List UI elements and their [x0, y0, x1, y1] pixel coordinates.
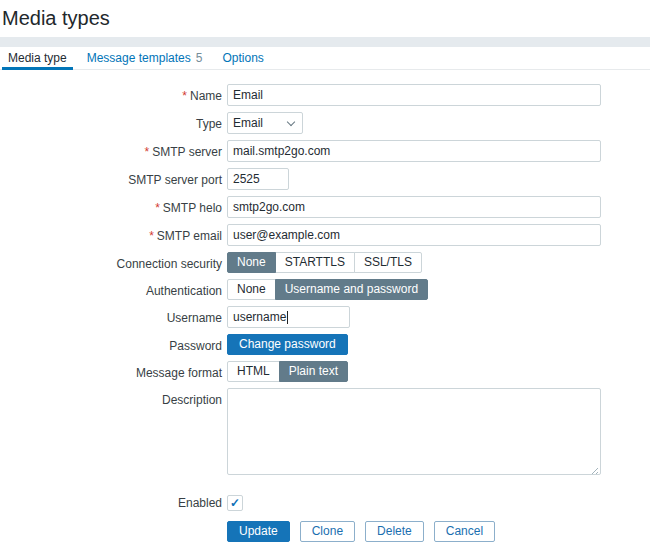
username-input[interactable]: username: [227, 306, 350, 328]
header-divider-band: [0, 37, 650, 47]
description-label: Description: [0, 388, 222, 407]
message-format-option-html[interactable]: HTML: [227, 361, 280, 382]
tab-options[interactable]: Options: [216, 47, 269, 69]
change-password-button[interactable]: Change password: [227, 334, 348, 355]
name-input[interactable]: [227, 84, 601, 106]
authentication-option-none[interactable]: None: [227, 279, 276, 300]
message-templates-count: 5: [196, 51, 203, 65]
tab-options-label: Options: [222, 51, 263, 65]
authentication-segmented: None Username and password: [227, 279, 428, 300]
footer-actions: Update Clone Delete Cancel: [227, 521, 650, 542]
smtp-email-input[interactable]: [227, 224, 601, 246]
text-cursor: [287, 311, 288, 324]
row-smtp-server: *SMTP server: [0, 140, 650, 162]
connection-security-label: Connection security: [0, 252, 222, 271]
smtp-helo-label: *SMTP helo: [0, 196, 222, 215]
tab-bar: Media type Message templates 5 Options: [0, 47, 650, 70]
connection-security-option-starttls[interactable]: STARTTLS: [275, 252, 355, 273]
description-textarea[interactable]: [227, 388, 601, 475]
row-smtp-server-port: SMTP server port: [0, 168, 650, 190]
required-marker: *: [155, 201, 160, 215]
row-type: Type Email: [0, 112, 650, 134]
authentication-label: Authentication: [0, 279, 222, 298]
type-select[interactable]: Email: [227, 112, 303, 134]
required-marker: *: [149, 229, 154, 243]
message-format-label: Message format: [0, 361, 222, 380]
row-name: *Name: [0, 84, 650, 106]
row-message-format: Message format HTML Plain text: [0, 361, 650, 382]
tab-media-type-label: Media type: [8, 51, 67, 65]
row-smtp-helo: *SMTP helo: [0, 196, 650, 218]
connection-security-option-ssltls[interactable]: SSL/TLS: [354, 252, 422, 273]
row-authentication: Authentication None Username and passwor…: [0, 279, 650, 300]
connection-security-option-none[interactable]: None: [227, 252, 276, 273]
row-username: Username username: [0, 306, 650, 328]
required-marker: *: [145, 145, 150, 159]
row-connection-security: Connection security None STARTTLS SSL/TL…: [0, 252, 650, 273]
connection-security-segmented: None STARTTLS SSL/TLS: [227, 252, 422, 273]
smtp-server-input[interactable]: [227, 140, 601, 162]
message-format-segmented: HTML Plain text: [227, 361, 348, 382]
smtp-email-label: *SMTP email: [0, 224, 222, 243]
tab-message-templates-label: Message templates: [87, 51, 191, 65]
page-title: Media types: [0, 0, 650, 30]
row-smtp-email: *SMTP email: [0, 224, 650, 246]
message-format-option-plain-text[interactable]: Plain text: [279, 361, 348, 382]
update-button[interactable]: Update: [227, 521, 290, 542]
smtp-server-label: *SMTP server: [0, 140, 222, 159]
chevron-down-icon: [287, 118, 295, 126]
smtp-helo-input[interactable]: [227, 196, 601, 218]
cancel-button[interactable]: Cancel: [434, 521, 495, 542]
enabled-checkbox[interactable]: ✓: [227, 495, 243, 511]
tab-media-type[interactable]: Media type: [2, 47, 73, 69]
delete-button[interactable]: Delete: [365, 521, 424, 542]
type-select-value: Email: [233, 116, 263, 130]
media-type-form: *Name Type Email *SMTP server SMTP serve…: [0, 84, 650, 542]
smtp-server-port-input[interactable]: [227, 168, 289, 190]
username-value: username: [233, 307, 286, 327]
required-marker: *: [182, 89, 187, 103]
enabled-label: Enabled: [0, 493, 222, 510]
smtp-server-port-label: SMTP server port: [0, 168, 222, 187]
clone-button[interactable]: Clone: [300, 521, 355, 542]
checkmark-icon: ✓: [230, 497, 240, 509]
name-label: *Name: [0, 84, 222, 103]
tab-message-templates[interactable]: Message templates 5: [81, 47, 209, 69]
type-label: Type: [0, 112, 222, 131]
username-label: Username: [0, 306, 222, 325]
row-password: Password Change password: [0, 334, 650, 355]
row-enabled: Enabled ✓: [0, 493, 650, 511]
row-description: Description: [0, 388, 650, 479]
authentication-option-username-password[interactable]: Username and password: [275, 279, 428, 300]
password-label: Password: [0, 334, 222, 353]
